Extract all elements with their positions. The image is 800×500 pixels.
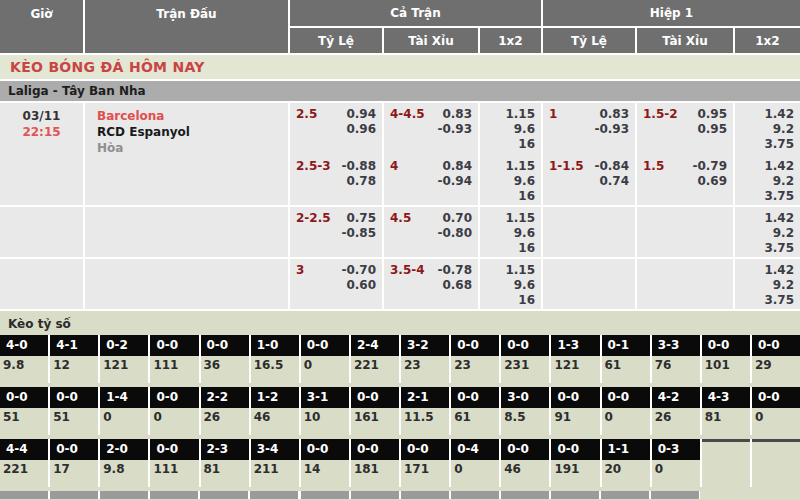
page-title: KÈO BÓNG ĐÁ HÔM NAY [0,55,800,79]
ft-1x2-draw-odds[interactable]: 9.6 [514,226,535,241]
score-odds-cell[interactable]: 1-3 121 [551,335,599,383]
h1-1x2-draw-odds[interactable]: 9.2 [773,174,794,189]
score-odds-cell[interactable]: 3-0 8.5 [501,387,549,435]
score-odds-cell[interactable]: 3-1 10 [301,387,349,435]
score-odds-cell[interactable]: 2-2 26 [201,387,249,435]
score-odds-cell[interactable]: 0-0 91 [551,387,599,435]
score-odds-cell[interactable]: 4-0 9.8 [0,335,48,383]
score-odds-cell[interactable]: 0-0 51 [50,387,98,435]
ft-1x2-away-odds[interactable]: 16 [518,241,535,256]
ft-1x2-draw-odds[interactable]: 9.6 [514,122,535,137]
score-odds-cell[interactable]: 4-1 12 [50,335,98,383]
ft-over-odds[interactable]: 0.70 [442,211,472,226]
score-odds-cell[interactable]: 0-4 0 [451,439,499,487]
score-odds-cell[interactable]: 0-0 231 [501,335,549,383]
h1-1x2-away-odds[interactable]: 3.75 [764,293,794,308]
score-odds-cell[interactable]: 0-3 0 [652,439,700,487]
ft-over-odds[interactable]: 0.84 [442,159,472,174]
score-odds-cell[interactable]: 0-0 111 [150,335,198,383]
score-odds-cell[interactable]: 0-0 101 [702,335,750,383]
score-odds-cell[interactable] [702,439,750,487]
h1-1x2-away-odds[interactable]: 3.75 [764,137,794,152]
score-odds-cell[interactable]: 2-1 11.5 [401,387,449,435]
score-odds-cell[interactable]: 0-0 36 [201,335,249,383]
score-odds-cell[interactable]: 1-4 0 [100,387,148,435]
ft-handicap-odds-away[interactable]: 0.78 [346,174,376,189]
score-odds-cell[interactable]: 0-0 51 [0,387,48,435]
h1-1x2-home-odds[interactable]: 1.42 [764,211,794,226]
score-odds-cell[interactable]: 2-3 81 [201,439,249,487]
score-odds-cell[interactable]: 0-0 191 [551,439,599,487]
score-odds-cell[interactable]: 0-0 17 [50,439,98,487]
home-team-link[interactable]: Barcelona [97,108,288,124]
score-odds-cell[interactable]: 2-0 9.8 [100,439,148,487]
score-odds-cell[interactable]: 3-2 23 [401,335,449,383]
h1-1x2-home-odds[interactable]: 1.42 [764,263,794,278]
score-odds-cell[interactable]: 0-2 121 [100,335,148,383]
h1-1x2-home-odds[interactable]: 1.42 [764,107,794,122]
h1-1x2-draw-odds[interactable]: 9.2 [773,278,794,293]
ft-handicap-odds-home[interactable]: -0.70 [341,263,376,278]
ft-handicap-odds-home[interactable]: 0.75 [346,211,376,226]
ft-handicap-odds-away[interactable]: 0.96 [346,122,376,137]
ft-1x2-home-odds[interactable]: 1.15 [505,211,535,226]
h1-over-odds[interactable]: -0.79 [692,159,727,174]
ft-over-odds[interactable]: -0.78 [437,263,472,278]
h1-1x2-away-odds[interactable]: 3.75 [764,189,794,204]
score-odds-cell[interactable]: 1-2 46 [251,387,299,435]
score-odds-cell[interactable]: 0-1 61 [602,335,650,383]
ft-1x2-away-odds[interactable]: 16 [518,137,535,152]
ft-1x2-draw-odds[interactable]: 9.6 [514,278,535,293]
score-odds-cell[interactable]: 1-0 16.5 [251,335,299,383]
score-odds-cell[interactable]: 0-0 0 [301,335,349,383]
ft-under-odds[interactable]: -0.94 [437,174,472,189]
ft-handicap-odds-home[interactable]: -0.88 [341,159,376,174]
score-odds-cell[interactable]: 2-4 221 [351,335,399,383]
ft-1x2-home-odds[interactable]: 1.15 [505,159,535,174]
h1-1x2-away-odds[interactable]: 3.75 [764,241,794,256]
ft-1x2-away-odds[interactable]: 16 [518,293,535,308]
score-odds-cell[interactable]: 0-0 14 [301,439,349,487]
ft-1x2-home-odds[interactable]: 1.15 [505,107,535,122]
score-odds-cell[interactable]: 4-3 81 [702,387,750,435]
score-odds-cell[interactable]: 0-0 46 [501,439,549,487]
h1-handicap-odds-away[interactable]: 0.74 [599,174,629,189]
score-odds-cell[interactable]: 0-0 0 [752,387,800,435]
h1-1x2-draw-odds[interactable]: 9.2 [773,226,794,241]
score-odds-cell[interactable]: 0-0 0 [150,387,198,435]
score-odds-cell[interactable]: 0-0 0 [602,387,650,435]
h1-handicap-odds-home[interactable]: 0.83 [599,107,629,122]
ft-1x2-home-odds[interactable]: 1.15 [505,263,535,278]
ft-1x2-draw-odds[interactable]: 9.6 [514,174,535,189]
match-time-cell: 03/11 22:15 [0,103,83,156]
h1-handicap-odds-away[interactable]: -0.93 [594,122,629,137]
h1-under-odds[interactable]: 0.95 [697,122,727,137]
ft-over-odds[interactable]: 0.83 [442,107,472,122]
ft-under-odds[interactable]: -0.80 [437,226,472,241]
score-odds-cell[interactable]: 0-0 181 [351,439,399,487]
score-odds-cell[interactable]: 4-2 26 [652,387,700,435]
h1-over-odds[interactable]: 0.95 [697,107,727,122]
score-odds-cell[interactable]: 0-0 61 [451,387,499,435]
ft-handicap-odds-home[interactable]: 0.94 [346,107,376,122]
h1-1x2-home-odds[interactable]: 1.42 [764,159,794,174]
ft-handicap-odds-away[interactable]: 0.60 [346,278,376,293]
ft-under-odds[interactable]: 0.68 [442,278,472,293]
score-odds-cell[interactable]: 1-1 20 [602,439,650,487]
h1-under-odds[interactable]: 0.69 [697,174,727,189]
score-odds-cell[interactable]: 0-0 161 [351,387,399,435]
score-odds-cell[interactable]: 0-0 111 [150,439,198,487]
h1-1x2-draw-odds[interactable]: 9.2 [773,122,794,137]
score-odds-cell[interactable]: 3-4 211 [251,439,299,487]
score-odds-cell[interactable]: 0-0 171 [401,439,449,487]
h1-handicap-odds-home[interactable]: -0.84 [594,159,629,174]
score-odds-cell[interactable]: 0-0 23 [451,335,499,383]
score-odds-cell[interactable]: 3-3 76 [652,335,700,383]
ft-handicap-odds-away[interactable]: -0.85 [341,226,376,241]
score-odds-cell[interactable] [752,439,800,487]
ft-1x2-away-odds[interactable]: 16 [518,189,535,204]
ft-under-odds[interactable]: -0.93 [437,122,472,137]
score-odds-cell[interactable]: 0-0 29 [752,335,800,383]
score-odds-cell[interactable]: 4-4 221 [0,439,48,487]
h1-handicap-line: 1-1.5 [549,159,584,205]
